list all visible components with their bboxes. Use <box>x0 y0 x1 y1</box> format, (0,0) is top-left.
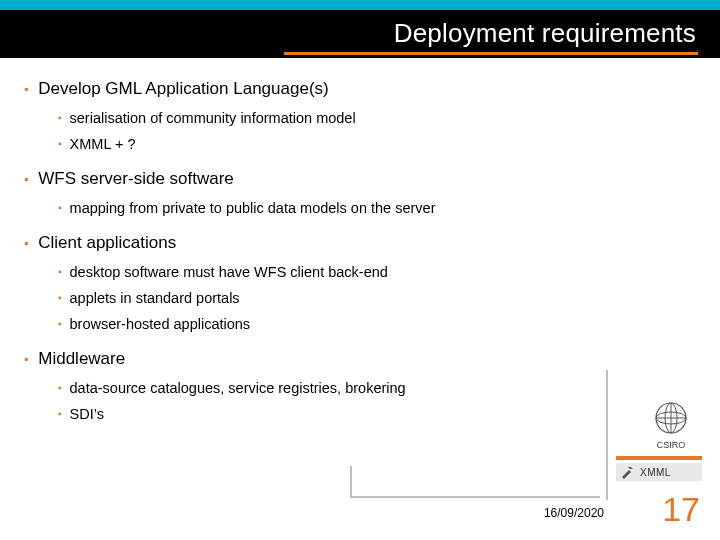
globe-icon <box>653 400 689 436</box>
list-item: ▪applets in standard portals <box>58 288 584 308</box>
sub-list: ▪serialisation of community information … <box>58 108 584 154</box>
sub-text: data-source catalogues, service registri… <box>70 378 406 398</box>
bullet-icon: ▪ <box>58 314 62 334</box>
sub-list: ▪desktop software must have WFS client b… <box>58 262 584 334</box>
sub-text: browser-hosted applications <box>70 314 251 334</box>
content-area: ▪Develop GML Application Language(s) ▪se… <box>24 78 584 438</box>
list-item: ▪WFS server-side software ▪mapping from … <box>24 168 584 218</box>
list-item: ▪mapping from private to public data mod… <box>58 198 584 218</box>
title-underline <box>284 52 698 55</box>
footer-divider-vert <box>350 466 352 496</box>
sub-text: desktop software must have WFS client ba… <box>70 262 388 282</box>
list-item: ▪serialisation of community information … <box>58 108 584 128</box>
bullet-icon: ▪ <box>58 262 62 282</box>
sub-text: SDI’s <box>70 404 104 424</box>
list-item: ▪Middleware ▪data-source catalogues, ser… <box>24 348 584 424</box>
list-item: ▪browser-hosted applications <box>58 314 584 334</box>
list-item: ▪Develop GML Application Language(s) ▪se… <box>24 78 584 154</box>
xmml-logo: XMML <box>616 456 702 481</box>
bullet-text: WFS server-side software <box>38 168 234 190</box>
footer-divider <box>350 496 600 498</box>
bullet-icon: ▪ <box>58 134 62 154</box>
bullet-text: Client applications <box>38 232 176 254</box>
csiro-logo: CSIRO <box>648 400 694 450</box>
footer-date: 16/09/2020 <box>544 506 604 520</box>
bullet-icon: ▪ <box>24 348 28 370</box>
sub-text: mapping from private to public data mode… <box>70 198 436 218</box>
orange-bar <box>616 456 702 460</box>
page-number: 17 <box>662 490 700 529</box>
bullet-list: ▪Develop GML Application Language(s) ▪se… <box>24 78 584 424</box>
bullet-text: Middleware <box>38 348 125 370</box>
slide-title: Deployment requirements <box>0 18 696 49</box>
bullet-icon: ▪ <box>24 232 28 254</box>
bullet-icon: ▪ <box>58 404 62 424</box>
list-item: ▪data-source catalogues, service registr… <box>58 378 584 398</box>
xmml-label: XMML <box>640 467 671 478</box>
bullet-icon: ▪ <box>24 168 28 190</box>
sub-list: ▪data-source catalogues, service registr… <box>58 378 584 424</box>
bullet-text: Develop GML Application Language(s) <box>38 78 328 100</box>
bullet-icon: ▪ <box>58 108 62 128</box>
title-banner: Deployment requirements <box>0 0 720 58</box>
sub-text: XMML + ? <box>70 134 136 154</box>
vertical-separator <box>606 370 608 500</box>
pick-icon <box>620 465 634 479</box>
bullet-icon: ▪ <box>58 378 62 398</box>
sub-text: applets in standard portals <box>70 288 240 308</box>
list-item: ▪desktop software must have WFS client b… <box>58 262 584 282</box>
slide: Deployment requirements ▪Develop GML App… <box>0 0 720 540</box>
bullet-icon: ▪ <box>58 288 62 308</box>
sub-text: serialisation of community information m… <box>70 108 356 128</box>
bullet-icon: ▪ <box>58 198 62 218</box>
accent-stripe <box>0 0 720 10</box>
list-item: ▪SDI’s <box>58 404 584 424</box>
list-item: ▪XMML + ? <box>58 134 584 154</box>
sub-list: ▪mapping from private to public data mod… <box>58 198 584 218</box>
list-item: ▪Client applications ▪desktop software m… <box>24 232 584 334</box>
bullet-icon: ▪ <box>24 78 28 100</box>
csiro-label: CSIRO <box>648 440 694 450</box>
